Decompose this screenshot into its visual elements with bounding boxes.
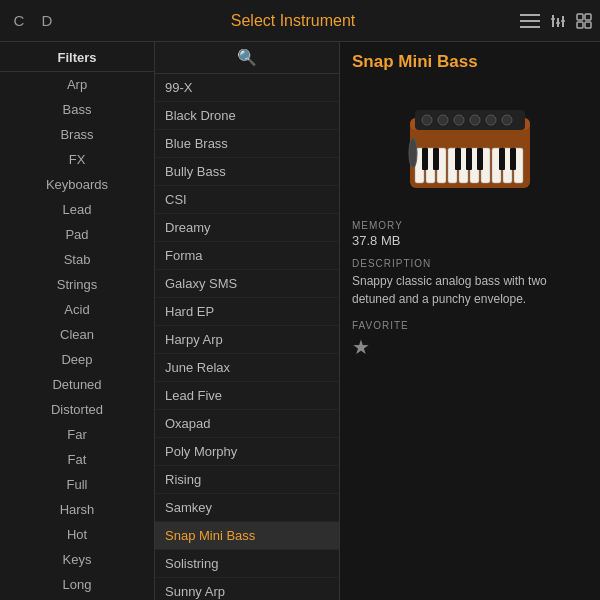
svg-rect-37 (499, 148, 505, 170)
grid-icon[interactable] (576, 13, 592, 29)
top-bar: C D Select Instrument (0, 0, 600, 42)
svg-point-21 (502, 115, 512, 125)
filter-item[interactable]: Strings (0, 272, 154, 297)
filter-item[interactable]: Distorted (0, 397, 154, 422)
instrument-item[interactable]: Forma (155, 242, 339, 270)
filters-header: Filters (0, 42, 154, 72)
label-d[interactable]: D (36, 12, 58, 29)
filter-item[interactable]: Brass (0, 122, 154, 147)
svg-rect-1 (520, 20, 540, 22)
filters-panel: Filters ArpBassBrassFXKeyboardsLeadPadSt… (0, 42, 155, 600)
top-bar-title: Select Instrument (66, 12, 520, 30)
filter-item[interactable]: Bass (0, 97, 154, 122)
filter-item[interactable]: Pad (0, 222, 154, 247)
filter-item[interactable]: Keyboards (0, 172, 154, 197)
instrument-item[interactable]: Solistring (155, 550, 339, 578)
filter-item[interactable]: Acid (0, 297, 154, 322)
filter-item[interactable]: Detuned (0, 372, 154, 397)
search-icon[interactable]: 🔍 (237, 48, 257, 67)
svg-point-16 (422, 115, 432, 125)
memory-label: MEMORY (352, 220, 588, 231)
instrument-item[interactable]: Black Drone (155, 102, 339, 130)
filter-item[interactable]: Clean (0, 322, 154, 347)
label-c[interactable]: C (8, 12, 30, 29)
filter-item[interactable]: Long (0, 572, 154, 597)
filter-item[interactable]: Far (0, 422, 154, 447)
filter-item[interactable]: Keys (0, 547, 154, 572)
instrument-name: Snap Mini Bass (352, 52, 588, 72)
synth-image (352, 80, 588, 210)
svg-rect-35 (466, 148, 472, 170)
filter-item[interactable]: FX (0, 147, 154, 172)
instrument-item[interactable]: CSI (155, 186, 339, 214)
instrument-item[interactable]: Snap Mini Bass (155, 522, 339, 550)
description-text: Snappy classic analog bass with two detu… (352, 272, 588, 308)
instrument-item[interactable]: Bully Bass (155, 158, 339, 186)
memory-value: 37.8 MB (352, 233, 588, 248)
svg-rect-7 (556, 22, 560, 24)
filter-item[interactable]: Lead (0, 197, 154, 222)
svg-point-17 (438, 115, 448, 125)
svg-rect-6 (551, 18, 555, 20)
description-label: DESCRIPTION (352, 258, 588, 269)
svg-rect-9 (577, 14, 583, 20)
instruments-panel: 🔍 99-XBlack DroneBlue BrassBully BassCSI… (155, 42, 340, 600)
instrument-item[interactable]: Samkey (155, 494, 339, 522)
svg-rect-36 (477, 148, 483, 170)
instrument-item[interactable]: Blue Brass (155, 130, 339, 158)
instrument-item[interactable]: Sunny Arp (155, 578, 339, 600)
svg-rect-0 (520, 14, 540, 16)
svg-rect-11 (577, 22, 583, 28)
filter-item[interactable]: Fat (0, 447, 154, 472)
instrument-item[interactable]: Oxapad (155, 410, 339, 438)
instrument-item[interactable]: Poly Morphy (155, 438, 339, 466)
filter-item[interactable]: Full (0, 472, 154, 497)
top-bar-icons (520, 13, 592, 29)
instrument-item[interactable]: June Relax (155, 354, 339, 382)
instrument-item[interactable]: Hard EP (155, 298, 339, 326)
svg-rect-8 (561, 20, 565, 22)
svg-rect-38 (510, 148, 516, 170)
instrument-item[interactable]: Harpy Arp (155, 326, 339, 354)
svg-rect-34 (455, 148, 461, 170)
instrument-item[interactable]: Lead Five (155, 382, 339, 410)
details-panel: Snap Mini Bass (340, 42, 600, 600)
svg-rect-33 (433, 148, 439, 170)
instrument-item[interactable]: Rising (155, 466, 339, 494)
filter-item[interactable]: Harsh (0, 497, 154, 522)
svg-point-18 (454, 115, 464, 125)
favorite-label: FAVORITE (352, 320, 588, 331)
mixer-icon[interactable] (550, 13, 566, 29)
svg-rect-32 (422, 148, 428, 170)
search-bar: 🔍 (155, 42, 339, 74)
svg-point-20 (486, 115, 496, 125)
svg-point-39 (409, 138, 417, 168)
svg-rect-2 (520, 26, 540, 28)
filter-item[interactable]: Hot (0, 522, 154, 547)
filter-item[interactable]: Stab (0, 247, 154, 272)
instrument-item[interactable]: Galaxy SMS (155, 270, 339, 298)
menu-icon[interactable] (520, 14, 540, 28)
svg-rect-12 (585, 22, 591, 28)
instruments-list: 99-XBlack DroneBlue BrassBully BassCSIDr… (155, 74, 339, 600)
svg-rect-10 (585, 14, 591, 20)
filters-list: ArpBassBrassFXKeyboardsLeadPadStabString… (0, 72, 154, 600)
instrument-item[interactable]: 99-X (155, 74, 339, 102)
top-bar-left: C D (8, 12, 58, 29)
main-content: Filters ArpBassBrassFXKeyboardsLeadPadSt… (0, 42, 600, 600)
filter-item[interactable]: Arp (0, 72, 154, 97)
svg-rect-3 (552, 15, 554, 27)
instrument-item[interactable]: Dreamy (155, 214, 339, 242)
svg-point-19 (470, 115, 480, 125)
filter-item[interactable]: Deep (0, 347, 154, 372)
favorite-star[interactable]: ★ (352, 335, 588, 359)
